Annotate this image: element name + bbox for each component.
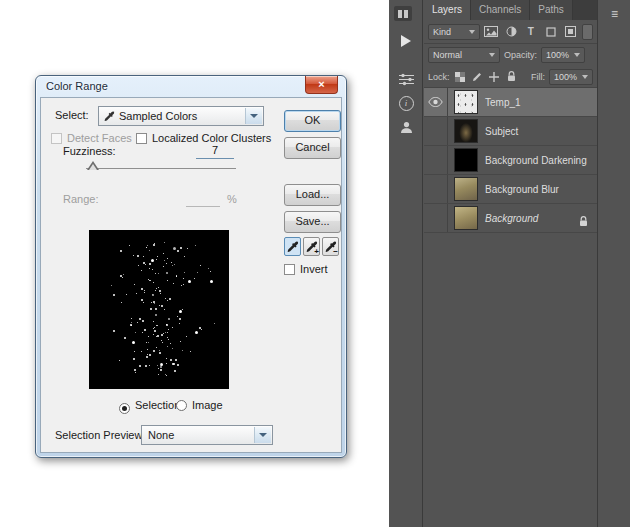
lock-label: Lock: xyxy=(428,72,450,82)
visibility-toggle[interactable] xyxy=(424,88,448,116)
dropdown-arrow xyxy=(245,108,262,124)
layer-list: Temp_1 Subject Background Darkening Back… xyxy=(424,88,597,233)
shape-filter-icon[interactable] xyxy=(542,24,559,40)
radio-icon xyxy=(176,400,187,411)
checkbox-icon xyxy=(136,133,147,144)
layer-row-subject[interactable]: Subject xyxy=(424,117,597,146)
tab-layers[interactable]: Layers xyxy=(424,0,471,20)
radio-icon xyxy=(119,403,130,414)
collapse-panels-icon[interactable] xyxy=(394,6,412,21)
adjustments-panel-icon[interactable] xyxy=(389,67,423,91)
opacity-label: Opacity: xyxy=(504,50,537,60)
blend-mode-value: Normal xyxy=(433,50,462,60)
layer-thumbnail[interactable] xyxy=(454,119,478,143)
image-radio[interactable]: Image xyxy=(176,399,223,411)
lock-row: Lock: Fill: 100% xyxy=(424,66,597,88)
smart-object-filter-icon[interactable] xyxy=(562,24,579,40)
preview-image[interactable] xyxy=(89,230,229,389)
fill-value: 100% xyxy=(554,72,577,82)
layer-name[interactable]: Background Darkening xyxy=(485,155,587,166)
dialog-body: Select: Sampled Colors Detect Faces Loca… xyxy=(40,97,342,453)
visibility-toggle[interactable] xyxy=(424,117,448,145)
layer-thumbnail[interactable] xyxy=(454,177,478,201)
invert-checkbox[interactable]: Invert xyxy=(284,263,328,275)
color-range-dialog: Color Range × Select: Sampled Colors Det… xyxy=(35,75,347,458)
type-filter-icon[interactable]: T xyxy=(522,24,539,40)
pixel-filter-icon[interactable] xyxy=(483,24,500,40)
visibility-toggle[interactable] xyxy=(424,175,448,203)
selection-preview-value: None xyxy=(148,429,174,441)
invert-label: Invert xyxy=(300,263,328,275)
kind-filter-select[interactable]: Kind xyxy=(428,24,480,40)
fill-select[interactable]: 100% xyxy=(549,69,593,85)
ok-button[interactable]: OK xyxy=(284,110,341,132)
chevron-down-icon xyxy=(574,53,580,57)
blend-mode-select[interactable]: Normal xyxy=(428,47,500,63)
tab-paths[interactable]: Paths xyxy=(530,0,573,20)
lock-pixels-icon[interactable] xyxy=(471,70,484,84)
panel-tab-bar: Layers Channels Paths xyxy=(424,0,597,20)
lock-transparency-icon[interactable] xyxy=(454,70,467,84)
selection-preview-dropdown[interactable]: None xyxy=(141,425,273,445)
fuzziness-label: Fuzziness: xyxy=(63,145,116,157)
info-panel-icon[interactable]: i xyxy=(389,91,423,115)
select-value: Sampled Colors xyxy=(119,110,197,122)
fuzziness-slider-track[interactable] xyxy=(86,168,236,169)
eyedropper-sample-button[interactable] xyxy=(284,237,301,256)
selection-radio[interactable]: Selection xyxy=(119,399,180,414)
save-button[interactable]: Save... xyxy=(284,211,341,233)
fuzziness-value-field[interactable]: 7 xyxy=(196,142,234,159)
load-button[interactable]: Load... xyxy=(284,184,341,206)
layer-row-background-blur[interactable]: Background Blur xyxy=(424,175,597,204)
visibility-toggle[interactable] xyxy=(424,146,448,174)
select-label: Select: xyxy=(55,109,89,121)
blend-mode-row: Normal Opacity: 100% xyxy=(424,44,597,66)
lock-position-icon[interactable] xyxy=(488,70,501,84)
visibility-toggle[interactable] xyxy=(424,204,448,232)
info-icon: i xyxy=(399,96,414,111)
eyedropper-icon xyxy=(287,241,299,253)
dropdown-arrow xyxy=(254,427,271,443)
background-lock-icon xyxy=(579,213,588,231)
close-button[interactable]: × xyxy=(305,76,338,94)
dialog-titlebar[interactable]: Color Range × xyxy=(36,76,346,97)
checkbox-icon xyxy=(51,133,62,144)
fuzziness-slider-thumb[interactable] xyxy=(87,161,99,170)
layer-name[interactable]: Subject xyxy=(485,126,518,137)
adjustment-filter-icon[interactable] xyxy=(503,24,520,40)
selection-radio-label: Selection xyxy=(135,399,180,411)
select-dropdown[interactable]: Sampled Colors xyxy=(98,106,264,126)
dialog-title: Color Range xyxy=(46,80,108,92)
chevron-down-icon xyxy=(469,30,475,34)
layer-row-background[interactable]: Background xyxy=(424,204,597,233)
layer-row-temp1[interactable]: Temp_1 xyxy=(424,88,597,117)
actions-panel-icon[interactable] xyxy=(389,29,423,53)
layer-thumbnail[interactable] xyxy=(454,206,478,230)
layer-filter-row: Kind T xyxy=(424,20,597,44)
lock-all-icon[interactable] xyxy=(505,70,518,84)
chevron-down-icon xyxy=(582,75,588,79)
layer-row-background-darkening[interactable]: Background Darkening xyxy=(424,146,597,175)
layer-name[interactable]: Temp_1 xyxy=(485,97,521,108)
cancel-button[interactable]: Cancel xyxy=(284,137,341,159)
layer-thumbnail[interactable] xyxy=(454,148,478,172)
play-triangle-icon xyxy=(401,35,411,47)
panel-icon-dock: i xyxy=(389,0,423,527)
panel-menu-icon[interactable]: ≡ xyxy=(598,7,630,21)
layer-name[interactable]: Background Blur xyxy=(485,184,559,195)
range-percent: % xyxy=(227,193,237,205)
eyedropper-icon xyxy=(104,111,115,122)
opacity-select[interactable]: 100% xyxy=(541,47,585,63)
range-value-field xyxy=(186,190,220,207)
layer-filtering-toggle[interactable] xyxy=(582,24,593,40)
layer-name[interactable]: Background xyxy=(485,213,538,224)
fill-label: Fill: xyxy=(531,72,545,82)
layer-thumbnail[interactable] xyxy=(454,90,478,114)
eyedropper-add-button[interactable]: + xyxy=(303,237,320,256)
tab-channels[interactable]: Channels xyxy=(471,0,530,20)
range-label: Range: xyxy=(63,193,98,205)
detect-faces-label: Detect Faces xyxy=(67,132,132,144)
eyedropper-subtract-button[interactable]: − xyxy=(322,237,339,256)
checkbox-icon xyxy=(284,264,295,275)
libraries-panel-icon[interactable] xyxy=(389,115,423,139)
